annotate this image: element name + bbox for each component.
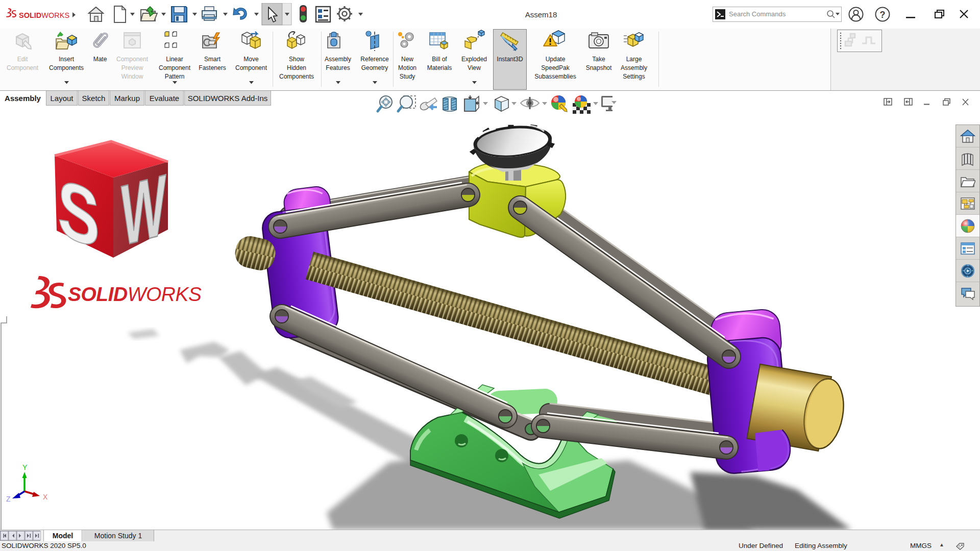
svg-text:SOLIDWORKS: SOLIDWORKS	[19, 11, 69, 19]
svg-text:SOLIDWORKS: SOLIDWORKS	[68, 283, 202, 305]
svg-text:?: ?	[880, 10, 886, 20]
svg-text:W: W	[963, 269, 965, 272]
svg-text:N: N	[967, 264, 969, 267]
svg-text:Y: Y	[22, 463, 28, 471]
svg-text:S: S	[967, 275, 968, 278]
svg-text:E: E	[972, 269, 973, 272]
svg-text:Z: Z	[6, 495, 11, 503]
svg-text:W: W	[121, 156, 166, 264]
svg-text:S: S	[58, 161, 100, 266]
svg-text:X: X	[43, 493, 48, 501]
